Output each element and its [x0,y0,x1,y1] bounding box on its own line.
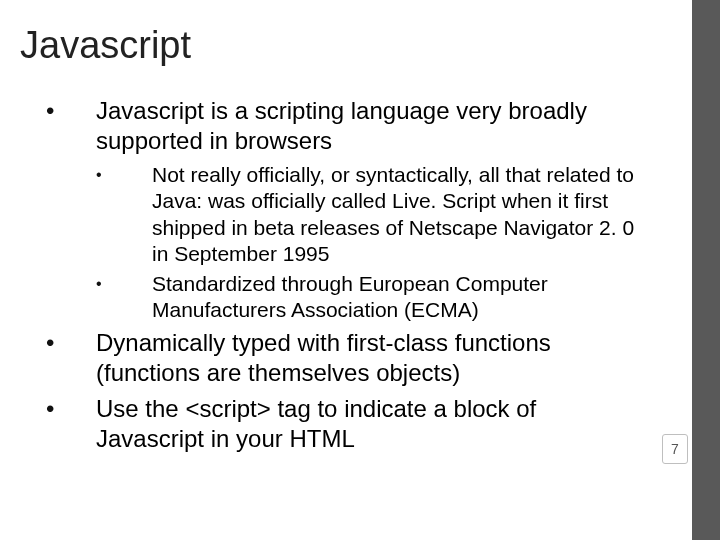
bullet-dot-icon: • [92,271,152,294]
bullet-level1: • Use the <script> tag to indicate a blo… [42,394,642,454]
bullet-text: Javascript is a scripting language very … [96,96,642,156]
bullet-text: Use the <script> tag to indicate a block… [96,394,642,454]
bullet-dot-icon: • [42,96,96,126]
bullet-level2: • Not really officially, or syntacticall… [92,162,642,267]
bullet-level2: • Standardized through European Computer… [92,271,642,324]
bullet-level1: • Dynamically typed with first-class fun… [42,328,642,388]
slide: Javascript • Javascript is a scripting l… [0,0,720,540]
slide-body: • Javascript is a scripting language ver… [42,96,642,460]
bullet-dot-icon: • [42,328,96,358]
bullet-text: Standardized through European Computer M… [152,271,642,324]
sidebar-accent [692,0,720,540]
slide-title: Javascript [20,24,191,67]
bullet-dot-icon: • [92,162,152,185]
bullet-dot-icon: • [42,394,96,424]
bullet-level1: • Javascript is a scripting language ver… [42,96,642,156]
page-number: 7 [662,434,688,464]
bullet-text: Not really officially, or syntactically,… [152,162,642,267]
bullet-text: Dynamically typed with first-class funct… [96,328,642,388]
